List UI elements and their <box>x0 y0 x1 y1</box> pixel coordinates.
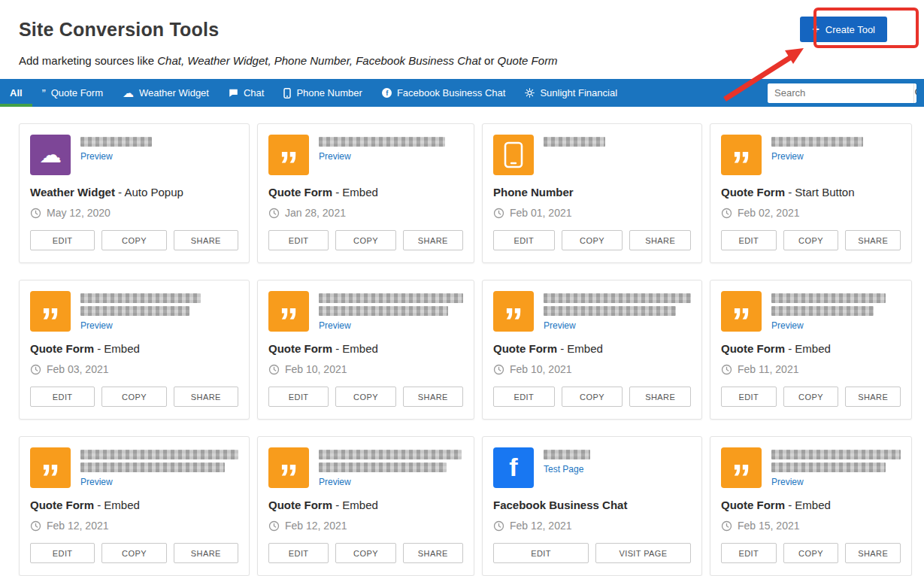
preview-link[interactable]: Preview <box>80 477 113 487</box>
card-title: Quote Form - Embed <box>268 499 463 511</box>
copy-button[interactable]: COPY <box>335 230 395 250</box>
preview-link[interactable]: Preview <box>544 320 576 331</box>
copy-button[interactable]: COPY <box>783 387 839 407</box>
edit-button[interactable]: EDIT <box>493 543 589 563</box>
edit-button[interactable]: EDIT <box>30 387 95 407</box>
preview-link[interactable]: Preview <box>771 320 804 331</box>
tool-card: ☁ Preview Weather Widget - Auto Popup Ma… <box>19 123 250 263</box>
redacted-name <box>319 450 462 475</box>
preview-link[interactable]: Preview <box>771 151 804 162</box>
plus-icon: + <box>812 23 819 35</box>
phone-icon <box>283 88 291 99</box>
edit-button[interactable]: EDIT <box>493 387 555 407</box>
share-button[interactable]: SHARE <box>845 230 901 250</box>
tab-sunlight-financial[interactable]: Sunlight Financial <box>515 79 627 107</box>
create-tool-button[interactable]: + Create Tool <box>800 17 887 42</box>
visit-page-button[interactable]: VISIT PAGE <box>595 543 691 563</box>
redacted-text-line <box>771 137 863 147</box>
tab-all[interactable]: All <box>0 79 32 107</box>
card-date: Feb 01, 2021 <box>510 207 572 219</box>
tab-chat[interactable]: Chat <box>219 79 274 107</box>
share-button[interactable]: SHARE <box>403 543 463 563</box>
copy-button[interactable]: COPY <box>335 387 395 407</box>
tab-phone-number[interactable]: Phone Number <box>274 79 371 107</box>
share-button[interactable]: SHARE <box>629 230 691 250</box>
sunlight-icon <box>525 88 535 98</box>
chat-icon <box>229 88 238 98</box>
clock-icon <box>721 364 732 375</box>
copy-button[interactable]: COPY <box>562 387 623 407</box>
edit-button[interactable]: EDIT <box>268 543 329 563</box>
quote-icon: ” <box>721 135 762 175</box>
quote-icon: ” <box>42 87 46 99</box>
tool-card: ” Preview Quote Form - Embed Feb 10, 202… <box>482 280 702 420</box>
copy-button[interactable]: COPY <box>101 543 166 563</box>
edit-button[interactable]: EDIT <box>721 230 777 250</box>
share-button[interactable]: SHARE <box>845 543 901 563</box>
quote-icon: ” <box>30 291 71 332</box>
weather-cloud-icon: ☁ <box>30 135 71 175</box>
page-subtitle: Add marketing sources like Chat, Weather… <box>0 42 924 67</box>
edit-button[interactable]: EDIT <box>721 543 777 563</box>
preview-link[interactable]: Preview <box>80 320 113 331</box>
share-button[interactable]: SHARE <box>174 230 238 250</box>
edit-button[interactable]: EDIT <box>30 230 95 250</box>
edit-button[interactable]: EDIT <box>268 230 329 250</box>
filter-navbar: All”Quote Form☁Weather WidgetChatPhone N… <box>0 79 924 107</box>
tab-quote-form[interactable]: ”Quote Form <box>32 79 113 107</box>
search-button[interactable] <box>913 83 916 103</box>
copy-button[interactable]: COPY <box>101 230 166 250</box>
card-date: May 12, 2020 <box>47 207 111 219</box>
copy-button[interactable]: COPY <box>783 543 839 563</box>
edit-button[interactable]: EDIT <box>268 387 329 407</box>
quote-icon: ” <box>30 447 71 488</box>
share-button[interactable]: SHARE <box>845 387 901 407</box>
redacted-name <box>544 450 590 462</box>
tool-card: ” Preview Quote Form - Embed Feb 11, 202… <box>710 280 912 420</box>
copy-button[interactable]: COPY <box>335 543 395 563</box>
tab-facebook-business-chat[interactable]: fFacebook Business Chat <box>372 79 516 107</box>
copy-button[interactable]: COPY <box>101 387 166 407</box>
clock-icon <box>268 520 280 532</box>
tab-label: Sunlight Financial <box>540 87 617 99</box>
card-date: Feb 12, 2021 <box>47 520 109 532</box>
share-button[interactable]: SHARE <box>174 543 238 563</box>
copy-button[interactable]: COPY <box>783 230 839 250</box>
quote-icon: ” <box>493 291 534 332</box>
test-page-link[interactable]: Test Page <box>544 464 583 474</box>
copy-button[interactable]: COPY <box>562 230 623 250</box>
redacted-text-line <box>771 450 901 459</box>
preview-link[interactable]: Preview <box>319 320 351 331</box>
share-button[interactable]: SHARE <box>174 387 238 407</box>
edit-button[interactable]: EDIT <box>721 387 777 407</box>
edit-button[interactable]: EDIT <box>493 230 555 250</box>
preview-link[interactable]: Preview <box>319 151 351 162</box>
redacted-text-line <box>771 462 886 472</box>
share-button[interactable]: SHARE <box>403 387 463 407</box>
share-button[interactable]: SHARE <box>403 230 463 250</box>
tool-card: ” Preview Quote Form - Start Button Feb … <box>710 123 912 263</box>
redacted-name <box>319 293 463 319</box>
preview-link[interactable]: Preview <box>319 477 351 487</box>
redacted-text-line <box>319 450 462 459</box>
tool-card: ” Preview Quote Form - Embed Feb 12, 202… <box>19 436 250 576</box>
redacted-text-line <box>544 306 676 316</box>
search-input[interactable] <box>768 83 913 103</box>
preview-link[interactable]: Preview <box>80 151 113 162</box>
card-title: Phone Number <box>493 186 691 199</box>
redacted-text-line <box>544 450 590 459</box>
share-button[interactable]: SHARE <box>629 387 691 407</box>
facebook-icon: f <box>382 88 392 98</box>
redacted-text-line <box>80 450 238 459</box>
subtitle-sources: Chat, Weather Widget, Phone Number, Face… <box>157 54 481 67</box>
card-title: Quote Form - Embed <box>721 499 901 511</box>
edit-button[interactable]: EDIT <box>30 543 95 563</box>
redacted-text-line <box>544 293 691 303</box>
redacted-name <box>319 137 445 150</box>
redacted-name <box>80 450 238 475</box>
card-date: Jan 28, 2021 <box>285 207 346 219</box>
clock-icon <box>30 364 41 375</box>
tab-weather-widget[interactable]: ☁Weather Widget <box>113 79 219 107</box>
card-title: Facebook Business Chat <box>493 499 691 511</box>
preview-link[interactable]: Preview <box>771 477 804 487</box>
